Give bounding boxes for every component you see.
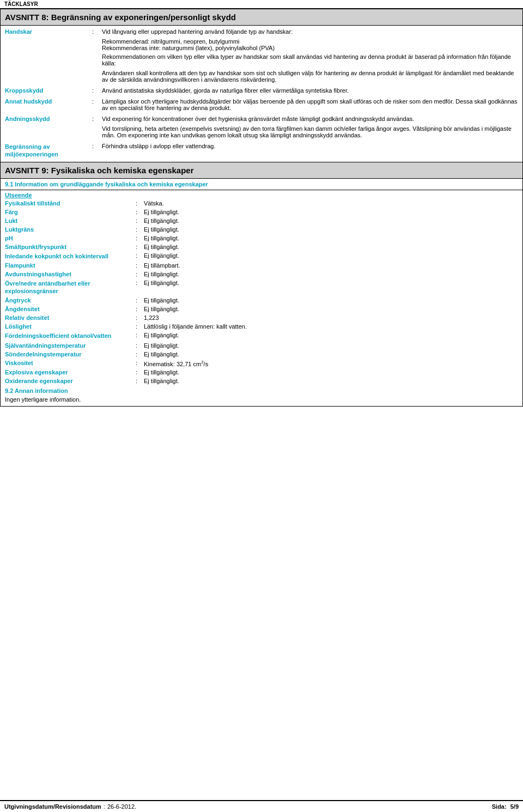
document-title: TÄCKLASYR [4,1,38,7]
section92-label: 9.2 Annan information [0,385,523,395]
andningsskydd-colon: : [92,116,102,138]
footer-page: Sida: 5/9 [492,803,519,810]
prop-explosiva: Explosiva egenskaper : Ej tillgängligt. [1,368,522,377]
prop-flampunkt: Flampunkt : Ej tillämpbart. [1,261,522,270]
miljoexponeringen-row: Begränsning avmiljöexponeringen : Förhin… [1,140,522,162]
prop-relativ-densitet: Relativ densitet : 1,223 [1,313,522,322]
no-more-info: Ingen ytterligare information. [0,395,523,407]
utseende-label: Utseende [0,190,523,199]
prop-fordelningskoefficient: Fördelningskoefficient oktanol/vatten : … [1,331,522,341]
prop-lukt: Lukt : Ej tillgängligt. [1,216,522,225]
kroppsskydd-colon: : [92,87,102,94]
prop-farg: Färg : Ej tillgängligt. [1,208,522,216]
prop-loslighet: Löslighet : Lättlöslig i följande ämnen:… [1,322,522,331]
handskar-content: Vid långvarig eller upprepad hantering a… [102,28,518,83]
annat-hudskydd-label: Annat hudskydd [5,98,92,111]
prop-angdensitet: Ångdensitet : Ej tillgängligt. [1,305,522,313]
kroppsskydd-content: Använd antistatiska skyddskläder, gjorda… [102,87,518,94]
andningsskydd-content: Vid exponering för koncentrationer över … [102,116,518,138]
miljoexponeringen-content: Förhindra utsläpp i avlopp eller vattend… [102,143,518,159]
section8-header: AVSNITT 8: Begränsning av exponeringen/p… [0,9,523,26]
prop-fysikaliskt: Fysikaliskt tillstånd : Vätska. [1,199,522,208]
kroppsskydd-label: Kroppsskydd [5,87,92,94]
prop-kokpunkt: Inledande kokpunkt och kokintervall : Ej… [1,251,522,261]
prop-sonderdelning: Sönderdelningstemperatur : Ej tillgängli… [1,350,522,359]
footer: Utgivningsdatum/Revisionsdatum : 26-6-20… [0,800,523,812]
footer-date-label: Utgivningsdatum/Revisionsdatum [4,803,101,810]
handskar-row: Handskar : Vid långvarig eller upprepad … [1,26,522,84]
andningsskydd-row: Andningsskydd : Vid exponering för konce… [1,113,522,140]
section91-label: 9.1 Information om grundläggande fysikal… [0,179,523,190]
prop-luktgrans: Luktgräns : Ej tillgängligt. [1,225,522,234]
annat-hudskydd-colon: : [92,98,102,111]
miljoexponeringen-label: Begränsning avmiljöexponeringen [5,143,92,159]
section8-content: Handskar : Vid långvarig eller upprepad … [0,26,523,162]
prop-sjalvantandning: Självantändningstemperatur : Ej tillgäng… [1,341,522,350]
annat-hudskydd-row: Annat hudskydd : Lämpliga skor och ytter… [1,95,522,113]
annat-hudskydd-content: Lämpliga skor och ytterligare hudskyddså… [102,98,518,111]
section9-header: AVSNITT 9: Fysikaliska och kemiska egens… [0,162,523,179]
prop-viskositet: Viskositet : Kinematisk: 32,71 cm2/s [1,359,522,368]
prop-angtryck: Ångtryck : Ej tillgängligt. [1,296,522,305]
footer-date-value: 26-6-2012. [107,803,136,810]
prop-smaltpunkt: Smältpunkt/fryspunkt : Ej tillgängligt. [1,243,522,251]
top-bar: TÄCKLASYR [0,0,523,9]
prop-ph: pH : Ej tillgängligt. [1,234,522,243]
andningsskydd-label: Andningsskydd [5,116,92,138]
prop-oxiderande: Oxiderande egenskaper : Ej tillgängligt. [1,377,522,385]
properties-container: Fysikaliskt tillstånd : Vätska. Färg : E… [0,199,523,386]
prop-avdunstning: Avdunstningshastighet : Ej tillgängligt. [1,270,522,278]
page: TÄCKLASYR AVSNITT 8: Begränsning av expo… [0,0,523,812]
handskar-colon: : [92,28,102,83]
kroppsskydd-row: Kroppsskydd : Använd antistatiska skydds… [1,84,522,95]
handskar-label: Handskar [5,28,92,83]
miljoexponeringen-colon: : [92,143,102,159]
prop-antandbarhet: Övre/nedre antändbarhet eller explosions… [1,278,522,296]
